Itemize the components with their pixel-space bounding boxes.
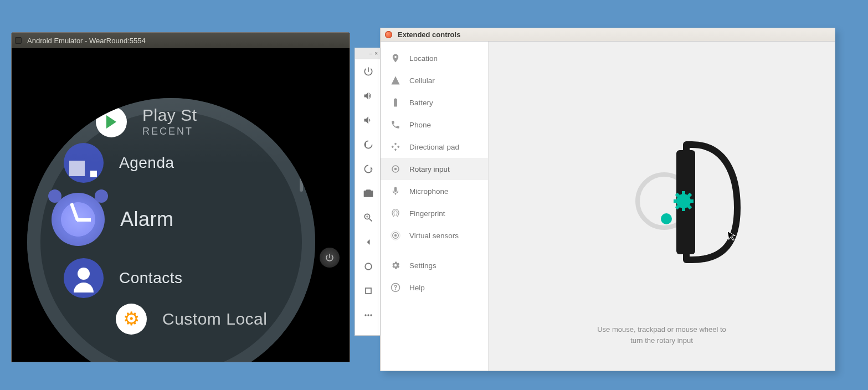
emulator-titlebar[interactable]: Android Emulator - WearRound:5554 xyxy=(12,33,350,48)
nav-item-battery[interactable]: Battery xyxy=(381,91,488,114)
svg-rect-18 xyxy=(689,199,694,203)
nav-item-phone[interactable]: Phone xyxy=(381,114,488,136)
app-row-agenda[interactable]: Agenda xyxy=(64,143,304,183)
app-row-contacts[interactable]: Contacts xyxy=(64,258,304,298)
svg-point-23 xyxy=(661,213,672,224)
nav-item-dpad[interactable]: Directional pad xyxy=(381,136,488,158)
phone-icon xyxy=(391,120,400,130)
svg-point-2 xyxy=(364,314,366,316)
nav-label: Virtual sensors xyxy=(409,232,459,240)
agenda-icon xyxy=(64,143,104,183)
extended-controls-window: Extended controls LocationCellularBatter… xyxy=(380,28,835,371)
watch-face[interactable]: Play St RECENT Agenda Alarm xyxy=(27,98,315,362)
nav-item-help[interactable]: Help xyxy=(381,276,488,299)
mic-icon xyxy=(391,186,400,196)
app-title: Agenda xyxy=(119,154,174,172)
nav-item-sensors[interactable]: Virtual sensors xyxy=(381,224,488,247)
nav-label: Help xyxy=(409,284,425,292)
nav-item-mic[interactable]: Microphone xyxy=(381,180,488,202)
cellular-icon xyxy=(391,75,400,85)
svg-point-6 xyxy=(394,168,397,171)
custom-locale-icon xyxy=(116,304,147,335)
app-row-play-store[interactable]: Play St RECENT xyxy=(71,106,304,137)
app-title: Contacts xyxy=(119,269,183,287)
back-icon[interactable] xyxy=(355,230,381,254)
app-title: Alarm xyxy=(120,208,174,231)
svg-point-4 xyxy=(370,314,372,316)
window-control-icon[interactable] xyxy=(15,37,22,44)
nav-item-rotary[interactable]: Rotary input xyxy=(381,158,488,180)
volume-down-icon[interactable] xyxy=(355,108,381,132)
app-row-custom-locale[interactable]: Custom Local xyxy=(91,304,304,335)
close-icon[interactable]: × xyxy=(374,50,378,57)
sensors-icon xyxy=(391,230,400,240)
svg-point-11 xyxy=(395,289,396,290)
camera-icon[interactable] xyxy=(355,181,381,206)
app-title: Play St xyxy=(142,106,197,125)
emulator-screen: Play St RECENT Agenda Alarm xyxy=(12,48,350,362)
nav-label: Microphone xyxy=(409,187,449,196)
crop-icon[interactable] xyxy=(355,279,381,303)
toolbar-window-controls[interactable]: – × xyxy=(355,48,380,59)
rotary-input-panel: Use mouse, trackpad or mouse wheel to tu… xyxy=(489,42,835,371)
help-icon xyxy=(391,283,400,292)
fingerprint-icon xyxy=(391,208,400,218)
svg-rect-15 xyxy=(682,191,685,196)
more-icon[interactable] xyxy=(355,303,381,327)
alarm-icon xyxy=(52,193,105,246)
contacts-icon xyxy=(64,258,104,298)
svg-point-3 xyxy=(367,314,369,316)
nav-item-cellular[interactable]: Cellular xyxy=(381,69,488,91)
extended-titlebar[interactable]: Extended controls xyxy=(381,28,835,42)
nav-item-location[interactable]: Location xyxy=(381,47,488,69)
nav-label: Rotary input xyxy=(409,165,450,173)
zoom-icon[interactable] xyxy=(355,206,381,230)
nav-label: Directional pad xyxy=(409,143,459,151)
extended-title: Extended controls xyxy=(398,30,460,39)
nav-label: Settings xyxy=(409,261,436,270)
nav-label: Location xyxy=(409,54,438,63)
extended-sidebar: LocationCellularBatteryPhoneDirectional … xyxy=(381,42,489,371)
svg-rect-1 xyxy=(366,288,371,294)
play-store-icon xyxy=(96,106,127,137)
svg-point-0 xyxy=(365,263,372,270)
rotary-icon xyxy=(391,164,400,174)
emulator-title: Android Emulator - WearRound:5554 xyxy=(27,37,146,45)
nav-item-settings[interactable]: Settings xyxy=(381,254,488,276)
nav-label: Battery xyxy=(409,99,433,107)
volume-up-icon[interactable] xyxy=(355,84,381,108)
emulator-side-toolbar: – × xyxy=(355,48,381,336)
emulator-window: Android Emulator - WearRound:5554 Play S… xyxy=(11,32,350,362)
app-title: Custom Local xyxy=(162,310,267,329)
nav-label: Cellular xyxy=(409,76,435,85)
settings-icon xyxy=(391,260,400,270)
overview-icon[interactable] xyxy=(355,254,381,279)
dpad-icon xyxy=(391,142,400,152)
app-list[interactable]: Play St RECENT Agenda Alarm xyxy=(71,106,304,340)
rotary-watch-illustration[interactable] xyxy=(609,141,742,274)
app-row-alarm[interactable]: Alarm xyxy=(52,193,304,246)
battery-icon xyxy=(391,98,400,107)
nav-label: Phone xyxy=(409,121,431,129)
nav-label: Fingerprint xyxy=(409,209,445,218)
close-window-icon[interactable] xyxy=(385,31,392,38)
rotate-right-icon[interactable] xyxy=(355,157,381,181)
power-icon[interactable] xyxy=(355,59,381,84)
location-icon xyxy=(391,53,400,63)
rotary-hint-text: Use mouse, trackpad or mouse wheel to tu… xyxy=(489,324,835,346)
svg-rect-17 xyxy=(674,199,678,203)
svg-rect-16 xyxy=(682,207,685,211)
rotate-left-icon[interactable] xyxy=(355,132,381,157)
minimize-icon[interactable]: – xyxy=(369,50,373,57)
power-button[interactable] xyxy=(320,248,340,268)
app-subtitle: RECENT xyxy=(142,126,197,137)
nav-item-fingerprint[interactable]: Fingerprint xyxy=(381,202,488,224)
svg-point-7 xyxy=(394,234,397,237)
